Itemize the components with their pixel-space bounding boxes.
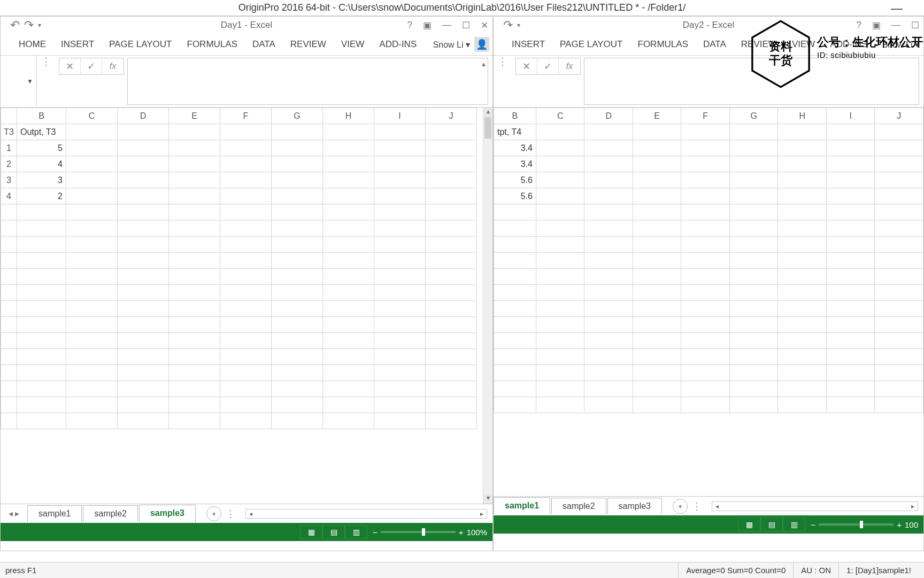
cell[interactable] [875,349,923,365]
cell[interactable] [118,124,169,140]
cell[interactable] [220,253,272,269]
cell[interactable] [1,413,17,429]
cell[interactable]: 3 [1,172,17,188]
cell[interactable] [66,333,118,349]
cell[interactable] [272,301,323,317]
zoom-out-button[interactable]: − [373,528,378,537]
cell[interactable] [778,188,827,204]
cell[interactable] [778,301,827,317]
cell[interactable] [66,269,118,285]
cell[interactable] [875,365,923,381]
add-sheet-button[interactable]: + [673,499,688,514]
zoom-in-button[interactable]: + [459,528,464,537]
cell[interactable] [66,188,118,204]
cell[interactable] [536,333,584,349]
cell[interactable] [66,381,118,397]
cell[interactable] [426,124,477,140]
cell[interactable] [875,237,923,253]
cell[interactable] [323,237,374,253]
cell[interactable] [17,237,66,253]
cell[interactable] [494,301,536,317]
customize-qat-icon[interactable]: ▾ [517,21,520,29]
cell[interactable]: 4 [1,188,17,204]
cell[interactable]: 5.6 [494,172,536,188]
cell[interactable] [426,413,477,429]
select-all-corner[interactable] [1,108,17,124]
cell[interactable] [633,188,681,204]
fx-icon[interactable]: fx [102,58,124,74]
cell[interactable] [323,172,374,188]
cell[interactable] [681,365,730,381]
cell[interactable] [729,204,778,220]
cell[interactable] [536,381,584,397]
cell[interactable] [66,204,118,220]
enter-icon[interactable]: ✓ [537,58,559,74]
cell[interactable] [66,124,118,140]
cell[interactable] [681,285,730,301]
cell[interactable] [729,220,778,237]
cell[interactable] [584,124,633,140]
cell[interactable] [220,269,272,285]
cell[interactable] [169,237,220,253]
scroll-right-icon[interactable]: ▸ [477,510,487,518]
minimize-icon[interactable]: — [442,20,451,31]
cell[interactable] [536,188,584,204]
tab-data[interactable]: DATA [696,35,734,54]
cell[interactable] [494,220,536,237]
cell[interactable] [826,333,875,349]
cell[interactable] [426,285,477,301]
cell[interactable] [272,204,323,220]
cell[interactable] [374,301,426,317]
normal-view-icon[interactable]: ▦ [300,525,322,539]
cell[interactable]: T3 [1,124,17,140]
cell[interactable] [1,253,17,269]
cell[interactable] [875,124,923,140]
cell[interactable] [536,365,584,381]
cell[interactable] [729,156,778,172]
cell[interactable] [826,124,875,140]
cell[interactable] [778,285,827,301]
cell[interactable] [536,140,584,156]
page-layout-icon[interactable]: ▤ [322,525,345,539]
cell[interactable] [374,124,426,140]
cell[interactable] [1,365,17,381]
cell[interactable] [426,397,477,413]
cell[interactable] [17,349,66,365]
cell[interactable] [220,188,272,204]
cell[interactable] [826,172,875,188]
cell[interactable] [633,381,681,397]
cell[interactable] [169,301,220,317]
cell[interactable] [494,381,536,397]
cell[interactable] [220,413,272,429]
cell[interactable] [778,237,827,253]
cell[interactable] [323,140,374,156]
cell[interactable] [729,317,778,333]
cell[interactable] [729,397,778,413]
cell[interactable] [66,253,118,269]
col-header-b[interactable]: B [494,108,536,124]
cell[interactable] [66,349,118,365]
cell[interactable] [118,188,169,204]
cell[interactable] [323,124,374,140]
cell[interactable] [323,188,374,204]
cell[interactable] [826,285,875,301]
cell[interactable] [323,285,374,301]
normal-view-icon[interactable]: ▦ [738,518,760,531]
sheet-tab-sample1[interactable]: sample1 [27,505,82,522]
cell[interactable] [374,285,426,301]
cell[interactable] [426,172,477,188]
cell[interactable] [584,333,633,349]
cell[interactable] [118,156,169,172]
tab-review[interactable]: REVIEW [283,35,334,54]
cell[interactable] [272,220,323,237]
cell[interactable] [169,317,220,333]
cell[interactable] [778,124,827,140]
cell[interactable] [66,413,118,429]
cell[interactable] [826,140,875,156]
cell[interactable] [169,349,220,365]
cell[interactable] [584,220,633,237]
cell[interactable] [681,269,730,285]
cell[interactable] [1,301,17,317]
cell[interactable] [826,349,875,365]
cell[interactable] [374,381,426,397]
